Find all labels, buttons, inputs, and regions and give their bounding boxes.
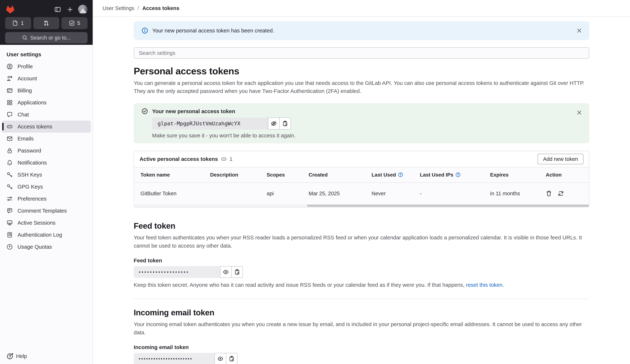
merge-requests-shortcut-button[interactable] [34,17,60,29]
feed-token-field[interactable]: •••••••••••••••••• [134,266,220,278]
sidebar-item-billing[interactable]: Billing [2,85,91,97]
sidebar-item-label: Account [18,75,37,82]
copy-token-button[interactable] [279,118,291,130]
sidebar-item-account[interactable]: Account [2,72,91,85]
sidebar-item-profile[interactable]: Profile [2,60,91,72]
token-pill-icon [221,156,227,162]
envelope-icon [6,136,13,142]
sidebar-item-label: Active Sessions [18,220,56,226]
masked-value: •••••••••••••••••• [139,269,189,275]
avatar[interactable] [78,5,88,14]
col-expires: Expires [490,167,546,182]
sidebar-header: 1 5 Search or go to... [0,0,93,45]
sidebar-nav: Profile Account Billing Applications Cha… [0,60,93,253]
chat-bubble-icon [6,112,13,118]
close-icon[interactable] [576,110,582,116]
card-title: Active personal access tokens [140,156,218,162]
incoming-token-title: Incoming email token [134,308,589,317]
info-icon [141,27,148,34]
todos-shortcut-button[interactable]: 5 [62,17,88,29]
copy-feed-token-button[interactable] [231,266,243,278]
help-label: Help [16,353,27,359]
sidebar-item-usage-quotas[interactable]: Usage Quotas [2,241,91,253]
profile-icon [6,63,13,70]
sidebar-item-password[interactable]: Password [2,145,91,157]
hide-token-button[interactable] [268,118,280,130]
gitlab-logo-icon[interactable] [5,4,15,14]
reveal-feed-token-button[interactable] [220,266,232,278]
active-tokens-card: Active personal access tokens 1 Add new … [134,151,589,207]
search-settings-input[interactable] [134,47,589,59]
page-title: Personal access tokens [134,66,589,76]
sidebar-item-label: SSH Keys [18,172,42,178]
scrollbar-thumb[interactable] [307,204,589,207]
eye-icon [223,269,229,275]
key-icon [6,172,13,178]
sidebar: 1 5 Search or go to... User settings Pro… [0,0,93,364]
breadcrumb-current: Access tokens [142,5,179,11]
copy-icon [282,120,288,127]
sidebar-item-notifications[interactable]: Notifications [2,157,91,169]
help-button[interactable]: Help [0,353,27,360]
issues-shortcut-button[interactable]: 1 [5,17,31,29]
info-alert-message: Your new personal access token has been … [152,27,582,34]
global-search-button[interactable]: Search or go to... [5,32,88,43]
col-scopes: Scopes [267,167,308,182]
main-content: Your new personal access token has been … [93,17,630,364]
table-row: GitButler Token api Mar 25, 2025 Never -… [134,182,589,204]
revoke-trash-icon[interactable] [546,190,552,196]
sidebar-item-preferences[interactable]: Preferences [2,193,91,205]
bell-icon [6,160,13,166]
sidebar-item-emails[interactable]: Emails [2,133,91,145]
incoming-token-field[interactable]: •••••••••••••••••••••• [134,353,215,364]
cell-last-used: Never [372,182,420,204]
sidebar-section-title: User settings [0,45,93,59]
eye-slash-icon [271,120,277,127]
sidebar-item-active-sessions[interactable]: Active Sessions [2,217,91,229]
sidebar-item-gpg-keys[interactable]: GPG Keys [2,181,91,193]
table-horizontal-scrollbar[interactable] [134,204,589,207]
cell-token-name: GitButler Token [134,182,210,204]
sidebar-toggle-button[interactable] [53,5,62,14]
sidebar-item-label: Comment Templates [18,208,67,214]
new-token-value-field[interactable]: glpat-MpgpRJUstVmUzahgWcYX [152,118,268,130]
sidebar-item-label: Emails [18,136,34,142]
masked-value: •••••••••••••••••••••• [139,356,192,361]
feed-token-section: Feed token Your feed token authenticates… [134,221,589,288]
todos-count: 5 [77,20,80,26]
question-circle-icon[interactable] [398,172,403,178]
sidebar-item-ssh-keys[interactable]: SSH Keys [2,169,91,181]
add-new-token-button[interactable]: Add new token [538,154,584,164]
sidebar-item-applications[interactable]: Applications [2,97,91,109]
col-token-name: Token name [134,167,210,182]
eye-icon [217,356,224,362]
feed-token-title: Feed token [134,221,589,230]
issues-count: 1 [21,20,24,26]
sidebar-item-label: Preferences [18,196,46,202]
breadcrumb-user-settings[interactable]: User Settings [102,5,134,11]
sidebar-item-access-tokens[interactable]: Access tokens [2,121,91,133]
cell-description [210,182,267,204]
section-divider [134,299,589,299]
reveal-incoming-token-button[interactable] [214,353,226,364]
cell-expires: in 11 months [490,182,546,204]
question-circle-icon[interactable] [455,172,461,178]
pat-description: You can generate a personal access token… [134,79,589,95]
issues-icon [12,20,18,26]
incoming-token-description: Your incoming email token authenticates … [134,320,589,337]
sidebar-item-authentication-log[interactable]: Authentication Log [2,229,91,241]
rotate-token-icon[interactable] [558,190,564,196]
close-icon[interactable] [576,27,582,34]
col-last-used-ips: Last Used IPs [420,167,490,182]
sidebar-item-label: Password [18,148,41,154]
create-new-button[interactable] [65,5,75,14]
sidebar-item-label: Notifications [18,160,47,166]
sidebar-item-comment-templates[interactable]: Comment Templates [2,205,91,217]
cell-last-used-ips: - [420,182,490,204]
copy-incoming-token-button[interactable] [226,353,238,364]
cell-action [546,182,589,204]
monitor-icon [6,220,13,226]
incoming-email-token-section: Incoming email token Your incoming email… [134,308,589,364]
reset-feed-token-link[interactable]: reset this token. [466,282,504,288]
sidebar-item-chat[interactable]: Chat [2,109,91,121]
